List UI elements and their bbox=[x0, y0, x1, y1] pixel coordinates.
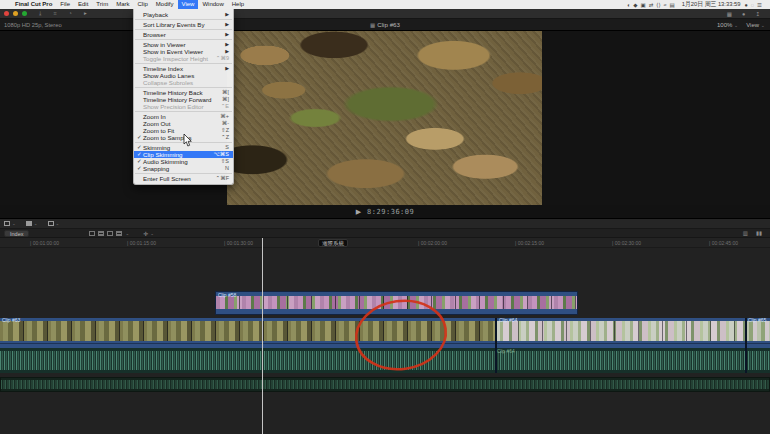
menubar-item-file[interactable]: File bbox=[56, 0, 74, 9]
menu-item-enter-full-screen[interactable]: Enter Full Screen⌃⌘F bbox=[134, 175, 233, 182]
clip-appearance-icon-2[interactable] bbox=[98, 231, 104, 236]
timeline-toolbar: Index ⌄ ✛ ⌄ ▥ ▮▮ bbox=[0, 229, 770, 238]
clip-appearance-icon-3[interactable] bbox=[107, 231, 113, 236]
menu-item-show-in-event-viewer[interactable]: Show in Event Viewer▶ bbox=[134, 48, 233, 55]
app-toolbar-2-icon[interactable]: ⌗ bbox=[53, 10, 56, 17]
status-2-icon[interactable]: ◆ bbox=[633, 2, 637, 8]
app-toolbar-icons: ⤓⌗◔▸ bbox=[39, 10, 90, 17]
menubar-item-mark[interactable]: Mark bbox=[112, 0, 133, 9]
clip-appearance-icon-1[interactable] bbox=[89, 231, 95, 236]
menu-item-toggle-inspector-height: Toggle Inspector Height⌃⌘9 bbox=[134, 55, 233, 62]
menu-shortcut: ⌃⌘9 bbox=[216, 55, 229, 62]
menubar-item-help[interactable]: Help bbox=[228, 0, 248, 9]
viewer-view-dropdown[interactable]: View ⌄ bbox=[746, 22, 765, 28]
spine-far-right-clip-filmstrip bbox=[745, 321, 770, 341]
app-toolbar-right-1-icon[interactable]: ▦ bbox=[727, 11, 732, 17]
zoom-window-button[interactable] bbox=[22, 11, 27, 16]
menu-bar: Final Cut ProFileEditTrimMarkClipModifyV… bbox=[0, 0, 770, 9]
menu-item-label: Zoom In bbox=[143, 113, 220, 120]
menubar-item-edit[interactable]: Edit bbox=[74, 0, 92, 9]
chevron-down-icon: ⌄ bbox=[125, 231, 129, 236]
audio-meters-icon[interactable]: ▮▮ bbox=[756, 230, 762, 236]
tool-selector[interactable]: ✛ ⌄ bbox=[143, 230, 154, 237]
viewer-pane bbox=[0, 31, 770, 205]
menu-shortcut: S bbox=[225, 144, 229, 151]
ruler-tick: | 00:01:15:00 bbox=[127, 240, 156, 246]
ruler-tick: | 00:01:00:00 bbox=[30, 240, 59, 246]
connect-edit-button[interactable]: ⌄ bbox=[4, 221, 16, 226]
status-4-icon[interactable]: ⇄ bbox=[649, 2, 654, 8]
menu-shortcut: ⇧Z bbox=[221, 127, 229, 134]
menubar-item-view[interactable]: View bbox=[178, 0, 199, 9]
menu-item-timeline-history-back[interactable]: Timeline History Back⌘[ bbox=[134, 89, 233, 96]
menu-item-show-in-viewer[interactable]: Show in Viewer▶ bbox=[134, 41, 233, 48]
final-cut-pro-window: Final Cut ProFileEditTrimMarkClipModifyV… bbox=[0, 0, 770, 434]
menu-item-timeline-index[interactable]: Timeline Index▶ bbox=[134, 65, 233, 72]
menu-extra-1-icon[interactable]: ● bbox=[744, 2, 747, 8]
menu-item-label: Timeline Index bbox=[143, 65, 225, 72]
menu-item-clip-skimming[interactable]: ✓Clip Skimming⌥⌘S bbox=[134, 151, 233, 158]
menu-item-label: Sort Library Events By bbox=[143, 21, 225, 28]
play-button[interactable]: ▶ bbox=[356, 208, 361, 215]
clip-name-label: Clip #65 bbox=[748, 317, 766, 323]
menu-item-label: Audio Skimming bbox=[143, 158, 221, 165]
view-menu-dropdown: Playback▶Sort Library Events By▶Browser▶… bbox=[133, 9, 234, 185]
menu-bar-clock[interactable]: 1月20日 周三 13:33:59 bbox=[682, 0, 741, 9]
menu-item-browser[interactable]: Browser▶ bbox=[134, 31, 233, 38]
timeline-index-button[interactable]: Index bbox=[4, 230, 29, 237]
menu-item-label: Playback bbox=[143, 11, 225, 18]
app-toolbar-4-icon[interactable]: ▸ bbox=[84, 10, 87, 17]
menu-extra-3-icon[interactable]: ☰ bbox=[757, 2, 762, 8]
menubar-item-window[interactable]: Window bbox=[198, 0, 227, 9]
timeline-ruler[interactable]: 邊際系統 | 00:01:00:00| 00:01:15:00| 00:01:3… bbox=[0, 238, 770, 248]
video-preview[interactable] bbox=[227, 31, 542, 205]
status-7-icon[interactable]: ▤ bbox=[670, 2, 675, 8]
playhead[interactable] bbox=[262, 238, 263, 434]
menu-item-snapping[interactable]: ✓SnappingN bbox=[134, 165, 233, 172]
ruler-tick: | 00:02:00:00 bbox=[418, 240, 447, 246]
ruler-tick: | 00:02:45:00 bbox=[709, 240, 738, 246]
insert-edit-button[interactable]: ⌄ bbox=[26, 221, 38, 226]
menu-item-sort-library-events-by[interactable]: Sort Library Events By▶ bbox=[134, 21, 233, 28]
menu-item-label: Toggle Inspector Height bbox=[143, 55, 216, 62]
status-5-icon[interactable]: ⟨⟩ bbox=[656, 2, 660, 8]
window-title-bar: ⤓⌗◔▸ ▦●↥ bbox=[0, 9, 770, 19]
transport-bar: ▶ 8:29:36:09 bbox=[0, 205, 770, 219]
menu-shortcut: ⌥⌘S bbox=[213, 151, 229, 158]
app-toolbar-3-icon[interactable]: ◔ bbox=[69, 10, 72, 17]
menu-item-label: Browser bbox=[143, 31, 225, 38]
skimmer-tooltip: 邊際系統 bbox=[318, 239, 348, 247]
menu-item-label: Timeline History Back bbox=[143, 89, 222, 96]
menu-item-label: Enter Full Screen bbox=[143, 175, 216, 182]
viewer-zoom-dropdown[interactable]: 100% ⌄ bbox=[717, 22, 738, 28]
status-3-icon[interactable]: ▣ bbox=[640, 2, 645, 8]
clip-appearance-popover-icon[interactable]: ▥ bbox=[743, 230, 748, 236]
submenu-arrow-icon: ▶ bbox=[225, 48, 229, 55]
menu-item-timeline-history-forward[interactable]: Timeline History Forward⌘] bbox=[134, 96, 233, 103]
submenu-arrow-icon: ▶ bbox=[225, 11, 229, 18]
menu-item-zoom-in[interactable]: Zoom In⌘+ bbox=[134, 113, 233, 120]
menubar-item-final-cut-pro[interactable]: Final Cut Pro bbox=[11, 0, 56, 9]
clip-appearance-icon-4[interactable] bbox=[116, 231, 122, 236]
menu-item-audio-skimming[interactable]: ✓Audio Skimming⇧S bbox=[134, 158, 233, 165]
menu-extra-2-icon[interactable]: ◌ bbox=[751, 2, 754, 8]
menu-item-playback[interactable]: Playback▶ bbox=[134, 11, 233, 18]
menu-item-zoom-out[interactable]: Zoom Out⌘- bbox=[134, 120, 233, 127]
mouse-cursor bbox=[183, 134, 192, 147]
menu-item-show-audio-lanes[interactable]: Show Audio Lanes bbox=[134, 72, 233, 79]
app-toolbar-right-3-icon[interactable]: ↥ bbox=[755, 11, 760, 17]
status-1-icon[interactable]: ◐ bbox=[627, 2, 630, 8]
status-6-icon[interactable]: ≈ bbox=[664, 2, 667, 8]
menubar-item-trim[interactable]: Trim bbox=[92, 0, 112, 9]
menubar-item-modify[interactable]: Modify bbox=[152, 0, 178, 9]
append-edit-button[interactable]: ⌄ bbox=[48, 221, 60, 226]
menu-item-label: Clip Skimming bbox=[143, 151, 213, 158]
menu-bar-status-area: ◐◆▣⇄⟨⟩≈▤ 1月20日 周三 13:33:59 ●◌☰ bbox=[627, 0, 770, 9]
app-toolbar-right-2-icon[interactable]: ● bbox=[742, 11, 745, 17]
menu-item-zoom-to-fit[interactable]: Zoom to Fit⇧Z bbox=[134, 127, 233, 134]
app-toolbar-1-icon[interactable]: ⤓ bbox=[39, 10, 41, 17]
clip-boundary bbox=[745, 318, 747, 373]
close-window-button[interactable] bbox=[4, 11, 9, 16]
menubar-item-clip[interactable]: Clip bbox=[133, 0, 151, 9]
minimize-window-button[interactable] bbox=[13, 11, 18, 16]
